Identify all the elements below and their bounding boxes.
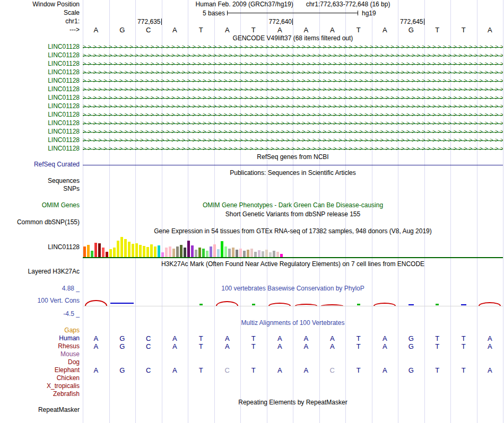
gtex-tissue-bar[interactable]	[262, 251, 264, 257]
gtex-tissue-bar[interactable]	[176, 246, 179, 257]
transcript-arrow-line[interactable]: >>>>>>>>>>>>>>>>>>>>>>>>>>>>>>>>>>>>>>>>…	[83, 146, 503, 153]
gencode-item-label[interactable]: LINC01128	[0, 60, 80, 67]
gencode-item-label[interactable]: LINC01128	[0, 128, 80, 135]
gtex-tissue-bar[interactable]	[172, 249, 175, 257]
refseq-gene-line[interactable]	[83, 165, 503, 165]
species-label-chicken[interactable]: Chicken	[0, 375, 80, 382]
gtex-tissue-bar[interactable]	[102, 248, 105, 257]
gtex-gene-model-line[interactable]	[83, 257, 503, 258]
gencode-item-label[interactable]: LINC01128	[0, 120, 80, 127]
gtex-tissue-bar[interactable]	[198, 248, 201, 257]
gencode-item-label[interactable]: LINC01128	[0, 52, 80, 59]
gtex-tissue-bar[interactable]	[169, 246, 171, 257]
gtex-tissue-bar[interactable]	[236, 250, 238, 257]
gtex-tissue-bar[interactable]	[117, 241, 119, 257]
gtex-tissue-bar[interactable]	[146, 247, 149, 257]
gencode-item-label[interactable]: LINC01128	[0, 137, 80, 144]
gtex-tissue-bar[interactable]	[128, 242, 131, 257]
species-label-zebrafish[interactable]: Zebrafish	[0, 391, 80, 398]
gtex-gene-label[interactable]: LINC01128	[0, 244, 80, 251]
layered-h3k27ac-label[interactable]: Layered H3K27Ac	[0, 268, 80, 275]
gtex-tissue-bar[interactable]	[265, 250, 268, 257]
species-label-rhesus[interactable]: Rhesus	[0, 343, 80, 350]
gtex-tissue-bar[interactable]	[273, 251, 275, 257]
gtex-tissue-bar[interactable]	[243, 251, 246, 257]
transcript-arrow-line[interactable]: >>>>>>>>>>>>>>>>>>>>>>>>>>>>>>>>>>>>>>>>…	[83, 103, 503, 110]
gencode-item-label[interactable]: LINC01128	[0, 94, 80, 101]
gtex-tissue-bar[interactable]	[161, 252, 164, 257]
gencode-item-label[interactable]: LINC01128	[0, 103, 80, 110]
gtex-tissue-bar[interactable]	[210, 246, 212, 257]
gtex-tissue-bar[interactable]	[94, 243, 97, 257]
gtex-tissue-bar[interactable]	[91, 251, 93, 257]
gtex-tissue-bar[interactable]	[184, 248, 186, 257]
gtex-tissue-bar[interactable]	[132, 244, 134, 257]
gtex-tissue-bar[interactable]	[124, 239, 127, 257]
gtex-tissue-bar[interactable]	[213, 244, 216, 257]
snps-track-label[interactable]: SNPs	[0, 186, 80, 192]
gtex-tissue-bar[interactable]	[143, 246, 145, 257]
species-label-mouse[interactable]: Mouse	[0, 351, 80, 358]
gtex-tissue-bar[interactable]	[254, 252, 257, 257]
conservation-track-label[interactable]: 100 Vert. Cons	[0, 297, 80, 304]
species-label-x_tropicalis[interactable]: X_tropicalis	[0, 383, 80, 390]
gtex-tissue-bar[interactable]	[239, 249, 242, 257]
species-label-human[interactable]: Human	[0, 335, 80, 342]
gtex-tissue-bar[interactable]	[269, 252, 272, 257]
gtex-tissue-bar[interactable]	[195, 250, 197, 257]
gtex-tissue-bar[interactable]	[135, 243, 138, 257]
gtex-tissue-bar[interactable]	[98, 243, 101, 257]
gtex-tissue-bar[interactable]	[258, 250, 260, 257]
gtex-tissue-bar[interactable]	[228, 249, 231, 257]
transcript-arrow-line[interactable]: >>>>>>>>>>>>>>>>>>>>>>>>>>>>>>>>>>>>>>>>…	[83, 78, 503, 85]
repeatmasker-label[interactable]: RepeatMasker	[0, 407, 80, 413]
gtex-tissue-bar[interactable]	[224, 246, 227, 257]
gtex-tissue-bar[interactable]	[113, 248, 116, 257]
gencode-item-label[interactable]: LINC01128	[0, 77, 80, 84]
transcript-arrow-line[interactable]: >>>>>>>>>>>>>>>>>>>>>>>>>>>>>>>>>>>>>>>>…	[83, 52, 503, 59]
transcript-arrow-line[interactable]: >>>>>>>>>>>>>>>>>>>>>>>>>>>>>>>>>>>>>>>>…	[83, 69, 503, 76]
gtex-tissue-bar[interactable]	[87, 245, 90, 257]
gencode-item-label[interactable]: LINC01128	[0, 86, 80, 93]
gtex-tissue-bar[interactable]	[191, 245, 194, 257]
gtex-tissue-bar[interactable]	[180, 245, 183, 257]
gencode-item-label[interactable]: LINC01128	[0, 69, 80, 76]
transcript-arrow-line[interactable]: >>>>>>>>>>>>>>>>>>>>>>>>>>>>>>>>>>>>>>>>…	[83, 95, 503, 102]
gencode-item-label[interactable]: LINC01128	[0, 111, 80, 118]
gtex-tissue-bar[interactable]	[276, 252, 279, 257]
gtex-tissue-bar[interactable]	[120, 237, 123, 257]
gtex-tissue-bar[interactable]	[150, 244, 153, 257]
gtex-tissue-bar[interactable]	[187, 241, 190, 257]
conservation-wiggle-plot[interactable]	[83, 295, 503, 306]
gtex-tissue-bar[interactable]	[83, 246, 86, 257]
gtex-tissue-bar[interactable]	[158, 245, 160, 257]
gtex-tissue-bar[interactable]	[221, 241, 223, 257]
refseq-curated-label[interactable]: RefSeq Curated	[0, 161, 80, 168]
common-dbsnp-label[interactable]: Common dbSNP(155)	[0, 219, 80, 226]
transcript-arrow-line[interactable]: >>>>>>>>>>>>>>>>>>>>>>>>>>>>>>>>>>>>>>>>…	[83, 44, 503, 51]
species-label-elephant[interactable]: Elephant	[0, 367, 80, 374]
gtex-tissue-bar[interactable]	[109, 249, 112, 257]
gtex-tissue-bar[interactable]	[232, 248, 234, 257]
transcript-arrow-line[interactable]: >>>>>>>>>>>>>>>>>>>>>>>>>>>>>>>>>>>>>>>>…	[83, 137, 503, 144]
transcript-arrow-line[interactable]: >>>>>>>>>>>>>>>>>>>>>>>>>>>>>>>>>>>>>>>>…	[83, 120, 503, 127]
sequences-track-label[interactable]: Sequences	[0, 178, 80, 184]
transcript-arrow-line[interactable]: >>>>>>>>>>>>>>>>>>>>>>>>>>>>>>>>>>>>>>>>…	[83, 112, 503, 119]
gtex-tissue-bar[interactable]	[139, 245, 142, 257]
gtex-expression-barchart[interactable]	[83, 236, 285, 257]
transcript-arrow-line[interactable]: >>>>>>>>>>>>>>>>>>>>>>>>>>>>>>>>>>>>>>>>…	[83, 61, 503, 68]
gtex-tissue-bar[interactable]	[202, 249, 205, 257]
gtex-tissue-bar[interactable]	[154, 246, 157, 257]
gencode-item-label[interactable]: LINC01128	[0, 145, 80, 152]
gtex-tissue-bar[interactable]	[250, 249, 253, 257]
transcript-arrow-line[interactable]: >>>>>>>>>>>>>>>>>>>>>>>>>>>>>>>>>>>>>>>>…	[83, 86, 503, 93]
gtex-tissue-bar[interactable]	[217, 249, 220, 257]
transcript-arrow-line[interactable]: >>>>>>>>>>>>>>>>>>>>>>>>>>>>>>>>>>>>>>>>…	[83, 129, 503, 136]
gtex-tissue-bar[interactable]	[165, 248, 168, 257]
omim-genes-label[interactable]: OMIM Genes	[0, 202, 80, 209]
species-label-dog[interactable]: Dog	[0, 359, 80, 366]
gtex-tissue-bar[interactable]	[247, 250, 249, 257]
gtex-tissue-bar[interactable]	[106, 252, 108, 257]
gencode-item-label[interactable]: LINC01128	[0, 43, 80, 50]
gtex-tissue-bar[interactable]	[206, 251, 208, 257]
